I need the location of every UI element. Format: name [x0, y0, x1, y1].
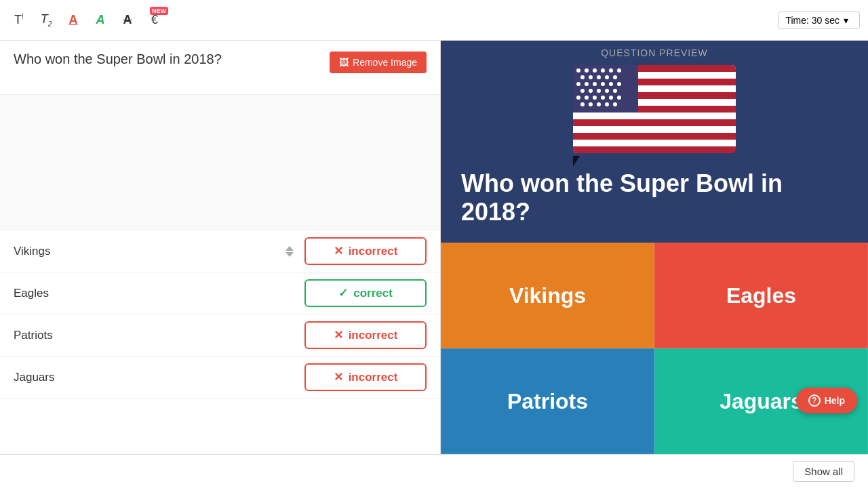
- font-color-icon[interactable]: A: [62, 9, 84, 31]
- currency-icon[interactable]: € NEW: [144, 9, 165, 31]
- svg-point-38: [597, 102, 601, 106]
- answer-status-vikings[interactable]: ✕ incorrect: [304, 237, 427, 265]
- help-label: Help: [825, 395, 845, 406]
- answer-status-jaguars[interactable]: ✕ incorrect: [304, 363, 427, 391]
- bottom-bar: Show all: [0, 454, 868, 488]
- right-panel: QUESTION PREVIEW: [441, 41, 868, 454]
- time-select[interactable]: Time: 30 sec ▾: [778, 12, 860, 29]
- svg-point-30: [576, 96, 580, 100]
- incorrect-label: incorrect: [349, 329, 398, 342]
- remove-image-button[interactable]: 🖼 Remove Image: [330, 52, 427, 73]
- answer-grid: Vikings Eagles Patriots Jaguars: [441, 243, 868, 454]
- svg-rect-4: [573, 113, 736, 119]
- svg-point-17: [605, 75, 609, 79]
- table-row: Jaguars ✕ incorrect: [0, 357, 440, 399]
- svg-point-23: [609, 82, 613, 86]
- svg-point-25: [580, 89, 585, 93]
- svg-rect-5: [573, 126, 736, 133]
- incorrect-label: incorrect: [349, 245, 398, 258]
- time-label: Time: 30 sec: [785, 15, 840, 26]
- answer-label-vikings: Vikings: [14, 245, 275, 258]
- svg-point-34: [609, 96, 613, 100]
- svg-point-39: [605, 102, 609, 106]
- svg-point-19: [576, 82, 580, 86]
- question-circle-icon: ?: [808, 394, 821, 407]
- svg-point-40: [613, 102, 617, 106]
- svg-point-13: [617, 68, 621, 73]
- incorrect-icon: ✕: [334, 244, 343, 258]
- svg-point-18: [613, 75, 617, 79]
- chevron-down-icon: ▾: [844, 15, 848, 26]
- question-area: Who won the Super Bowl in 2018? 🖼 Remove…: [0, 41, 440, 95]
- svg-point-27: [597, 89, 601, 93]
- preview-question-text: Who won the Super Bowl in 2018?: [441, 156, 868, 243]
- grid-answer-vikings[interactable]: Vikings: [441, 243, 654, 348]
- svg-point-28: [605, 89, 609, 93]
- answer-label-jaguars: Jaguars: [14, 371, 294, 384]
- svg-point-32: [593, 96, 597, 100]
- answer-status-eagles[interactable]: ✓ correct: [304, 279, 427, 307]
- help-button[interactable]: ? Help: [796, 388, 857, 413]
- incorrect-label: incorrect: [349, 371, 398, 384]
- remove-image-label: Remove Image: [353, 57, 417, 68]
- text-subscript-icon[interactable]: T2: [35, 9, 57, 31]
- svg-point-9: [585, 68, 589, 73]
- show-all-button[interactable]: Show all: [793, 461, 854, 482]
- image-placeholder: [0, 95, 440, 230]
- table-row: Patriots ✕ incorrect: [0, 314, 440, 357]
- svg-point-33: [601, 96, 605, 100]
- text-superscript-icon[interactable]: T!: [8, 9, 30, 31]
- reorder-up-icon[interactable]: [285, 246, 294, 251]
- svg-point-26: [589, 89, 593, 93]
- reorder-control-vikings[interactable]: [285, 246, 294, 257]
- new-badge: NEW: [150, 7, 168, 15]
- answer-label-patriots: Patriots: [14, 329, 294, 342]
- svg-point-12: [609, 68, 613, 73]
- svg-point-31: [585, 96, 589, 100]
- left-panel: Who won the Super Bowl in 2018? 🖼 Remove…: [0, 41, 441, 454]
- svg-point-15: [589, 75, 593, 79]
- svg-point-20: [585, 82, 589, 86]
- question-text: Who won the Super Bowl in 2018?: [14, 52, 330, 67]
- svg-point-10: [593, 68, 597, 73]
- svg-point-16: [597, 75, 601, 79]
- svg-point-14: [580, 75, 585, 79]
- svg-point-11: [601, 68, 605, 73]
- incorrect-icon: ✕: [334, 328, 343, 342]
- toolbar: T! T2 A A A € NEW Time: 30 sec ▾: [0, 0, 868, 41]
- main-content: Who won the Super Bowl in 2018? 🖼 Remove…: [0, 41, 868, 454]
- correct-label: correct: [353, 287, 393, 300]
- font-strikethrough-icon[interactable]: A: [117, 9, 138, 31]
- svg-rect-6: [573, 140, 736, 146]
- svg-point-29: [613, 89, 617, 93]
- grid-answer-eagles[interactable]: Eagles: [654, 243, 868, 348]
- reorder-down-icon[interactable]: [285, 252, 294, 257]
- svg-point-21: [593, 82, 597, 86]
- flag-image: [573, 65, 736, 153]
- image-icon: 🖼: [339, 57, 349, 68]
- svg-point-8: [576, 68, 580, 73]
- answer-label-eagles: Eagles: [14, 287, 294, 300]
- answer-status-patriots[interactable]: ✕ incorrect: [304, 321, 427, 349]
- svg-point-22: [601, 82, 605, 86]
- svg-point-24: [617, 82, 621, 86]
- svg-point-36: [580, 102, 585, 106]
- font-highlight-icon[interactable]: A: [90, 9, 111, 31]
- svg-point-35: [617, 96, 621, 100]
- answers-list: Vikings ✕ incorrect Eagles ✓ correct: [0, 230, 440, 454]
- incorrect-icon: ✕: [334, 370, 343, 384]
- grid-answer-patriots[interactable]: Patriots: [441, 348, 654, 454]
- preview-header: QUESTION PREVIEW: [441, 41, 868, 65]
- svg-point-37: [589, 102, 593, 106]
- table-row: Eagles ✓ correct: [0, 272, 440, 314]
- correct-icon: ✓: [338, 286, 348, 300]
- table-row: Vikings ✕ incorrect: [0, 230, 440, 272]
